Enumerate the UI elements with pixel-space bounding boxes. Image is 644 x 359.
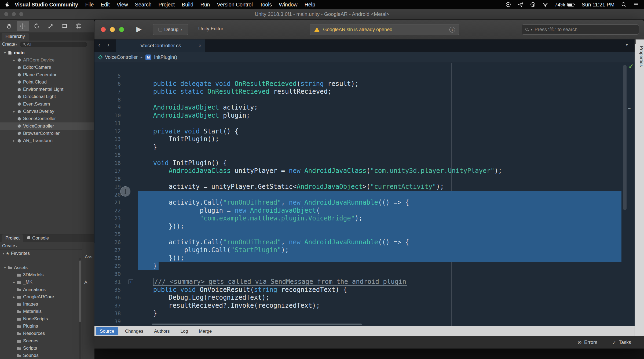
asset-item-googlearcore[interactable]: ▸GoogleARCore (0, 293, 79, 300)
expanded-arrow-icon[interactable]: ▾ (3, 252, 4, 255)
disclosure-arrow-icon[interactable]: ▾ (3, 266, 7, 270)
scrollbar-thumb[interactable] (79, 260, 81, 322)
menubar-item-project[interactable]: Project (155, 2, 178, 8)
navigate-forward-icon[interactable]: › (107, 41, 109, 49)
aperture-icon[interactable] (530, 2, 536, 8)
wifi-icon[interactable] (542, 2, 548, 8)
disclosure-arrow-icon[interactable]: ▸ (12, 110, 16, 113)
screen-record-icon[interactable] (505, 2, 511, 8)
menubar-item-version-control[interactable]: Version Control (213, 2, 256, 8)
code-line[interactable]: 38 } (94, 310, 644, 318)
errors-button[interactable]: ⊗ Errors (577, 339, 597, 346)
code-line[interactable]: 26 activity.Call("runOnUiThread", new An… (94, 238, 644, 246)
asset-item-assets[interactable]: ▾Assets (0, 264, 79, 271)
code-line[interactable]: 15 (94, 151, 644, 159)
code-line[interactable]: 14 } (94, 143, 644, 151)
hierarchy-item-arcore device[interactable]: ▸ARCore Device (0, 56, 94, 64)
code-line[interactable]: 25 (94, 230, 644, 238)
code-line[interactable]: 29 } (94, 262, 644, 270)
hierarchy-item-environmental light[interactable]: Environmental Light (0, 86, 94, 93)
menubar-item-file[interactable]: File (82, 2, 97, 8)
bottom-tab-changes[interactable]: Changes (121, 327, 147, 335)
code-line[interactable]: 31 /// <summary> gets called via SendMes… (94, 278, 644, 286)
hierarchy-item-canvasoverlay[interactable]: ▸CanvasOverlay (0, 108, 94, 115)
asset-item-materials[interactable]: Materials (0, 308, 79, 315)
app-name[interactable]: Visual Studio Community (15, 2, 78, 8)
code-line[interactable]: 7 public static OnResultRecieved resultR… (94, 88, 644, 96)
editor-vertical-scrollbar[interactable] (623, 65, 627, 210)
hierarchy-item-voicecontroller[interactable]: VoiceController (0, 122, 94, 130)
minimize-window-icon[interactable] (12, 12, 16, 16)
asset-item-3dmodels[interactable]: 3DModels (0, 271, 79, 278)
move-tool-button[interactable] (17, 21, 29, 31)
debug-configuration-dropdown[interactable]: Debug › (153, 24, 188, 35)
asset-item-resources[interactable]: Resources (0, 330, 79, 337)
run-target-label[interactable]: Unity Editor (198, 26, 223, 32)
transform-tool-button[interactable] (72, 21, 85, 31)
minimize-window-icon[interactable] (110, 27, 115, 32)
asset-item-images[interactable]: Images (0, 300, 79, 308)
disclosure-arrow-icon[interactable]: ▸ (12, 280, 16, 284)
hierarchy-item-plane generator[interactable]: Plane Generator (0, 71, 94, 78)
project-scrollbar[interactable] (79, 258, 81, 359)
hierarchy-item-main[interactable]: ▾main (0, 49, 94, 56)
breadcrumb-method[interactable]: InitPlugin() (154, 55, 177, 60)
menubar-item-search[interactable]: Search (131, 2, 155, 8)
bottom-tab-authors[interactable]: Authors (150, 327, 174, 335)
disclosure-arrow-icon[interactable]: ▾ (3, 51, 7, 55)
menubar-item-build[interactable]: Build (178, 2, 197, 8)
disclosure-arrow-icon[interactable]: ▸ (12, 295, 16, 299)
code-line[interactable]: 12 private void Start() { (94, 128, 644, 136)
code-line[interactable]: 8 (94, 96, 644, 104)
breadcrumb-class[interactable]: VoiceController (105, 55, 138, 60)
editor-horizontal-scrollbar[interactable] (152, 324, 362, 325)
navigate-back-icon[interactable]: ‹ (98, 41, 100, 49)
bottom-tab-source[interactable]: Source (96, 327, 118, 335)
asset-item-plugins[interactable]: Plugins (0, 322, 79, 330)
code-line[interactable]: 11 (94, 119, 644, 128)
code-line[interactable]: 22 plugin = new AndroidJavaObject( (94, 207, 644, 215)
tab-voicecontroller-cs[interactable]: VoiceController.cs × (116, 39, 205, 52)
rect-tool-button[interactable] (58, 21, 71, 31)
code-line[interactable]: 13 InitPlugin(); (94, 135, 644, 143)
hierarchy-item-browsercontroller[interactable]: BrowserController (0, 130, 94, 137)
menubar-item-run[interactable]: Run (197, 2, 214, 8)
code-line[interactable]: 16 void InitPlugin() { (94, 159, 644, 167)
menubar-item-view[interactable]: View (113, 2, 131, 8)
tasks-button[interactable]: ✓ Tasks (612, 339, 631, 346)
control-center-icon[interactable] (633, 2, 639, 8)
code-line[interactable]: 18 (94, 175, 644, 183)
code-line[interactable]: 10 AndroidJavaObject plugin; (94, 112, 644, 120)
run-button[interactable]: ▶ (136, 25, 142, 33)
code-line[interactable]: 9 AndroidJavaObject activity; (94, 104, 644, 112)
code-line[interactable]: 35 public void OnVoiceResult(string reco… (94, 286, 644, 294)
tab-console[interactable]: Console (23, 234, 53, 242)
hand-tool-button[interactable] (3, 21, 15, 31)
code-line[interactable]: 37 resultRecieved?.Invoke(recognizedText… (94, 302, 644, 310)
asset-item-animations[interactable]: Animations (0, 286, 79, 293)
hierarchy-item-eventsystem[interactable]: EventSystem (0, 100, 94, 108)
info-icon[interactable]: i (449, 27, 455, 32)
asset-item-scripts[interactable]: Scripts (0, 345, 79, 352)
close-window-icon[interactable] (4, 12, 8, 16)
disclosure-arrow-icon[interactable]: ▸ (12, 58, 16, 62)
code-line[interactable]: 6 public delegate void OnResultRecieved(… (94, 80, 644, 88)
properties-side-pad[interactable]: Properties (635, 39, 644, 336)
bottom-tab-log[interactable]: Log (177, 327, 192, 335)
hierarchy-item-scenecontroller[interactable]: SceneController (0, 115, 94, 122)
hierarchy-search-input[interactable]: All (20, 42, 87, 47)
menubar-clock[interactable]: Sun 11:21 PM (582, 2, 614, 8)
tab-list-dropdown-icon[interactable]: ▾ (626, 42, 628, 47)
hierarchy-item-point cloud[interactable]: Point Cloud (0, 78, 94, 86)
favorites-row[interactable]: ▾ ★ Favorites (0, 250, 94, 257)
code-line[interactable]: 28 })); (94, 254, 644, 262)
code-line[interactable]: 21 activity.Call("runOnUiThread", new An… (94, 199, 644, 207)
rotate-tool-button[interactable] (31, 21, 43, 31)
asset-item-scenes[interactable]: Scenes (0, 337, 79, 345)
menubar-item-edit[interactable]: Edit (97, 2, 113, 8)
code-line[interactable]: 36 Debug.Log(recognizedText); (94, 294, 644, 302)
tab-hierarchy[interactable]: Hierarchy (2, 33, 29, 41)
hierarchy-item-ar_transform[interactable]: ▸AR_Transform (0, 137, 94, 144)
scale-tool-button[interactable] (45, 21, 57, 31)
hierarchy-item-editorcamera[interactable]: EditorCamera (0, 64, 94, 71)
